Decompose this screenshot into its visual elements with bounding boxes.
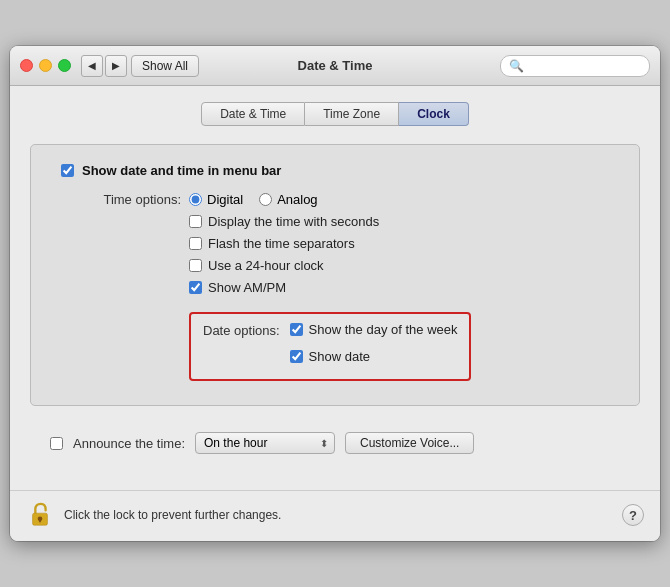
show-date-label: Show date bbox=[309, 349, 370, 364]
titlebar: ◀ ▶ Show All Date & Time 🔍 bbox=[10, 46, 660, 86]
time-checkbox-seconds: Display the time with seconds bbox=[189, 214, 379, 229]
show-menubar-row: Show date and time in menu bar bbox=[51, 163, 619, 178]
maximize-button[interactable] bbox=[58, 59, 71, 72]
time-options-row: Time options: Digital Analog bbox=[51, 192, 619, 302]
flash-separators-checkbox[interactable] bbox=[189, 237, 202, 250]
display-seconds-checkbox[interactable] bbox=[189, 215, 202, 228]
ampm-label: Show AM/PM bbox=[208, 280, 286, 295]
lock-icon[interactable] bbox=[26, 499, 54, 531]
tab-clock[interactable]: Clock bbox=[399, 102, 469, 126]
tab-date-time[interactable]: Date & Time bbox=[201, 102, 305, 126]
search-box[interactable]: 🔍 bbox=[500, 55, 650, 77]
tab-bar: Date & Time Time Zone Clock bbox=[30, 102, 640, 126]
time-checkbox-ampm: Show AM/PM bbox=[189, 280, 379, 295]
date-options-highlighted-box: Date options: Show the day of the week S… bbox=[189, 312, 471, 381]
time-format-radios: Digital Analog bbox=[189, 192, 379, 207]
window: ◀ ▶ Show All Date & Time 🔍 Date & Time T… bbox=[10, 46, 660, 541]
day-of-week-label: Show the day of the week bbox=[309, 322, 458, 337]
display-seconds-label: Display the time with seconds bbox=[208, 214, 379, 229]
digital-label: Digital bbox=[207, 192, 243, 207]
show-menubar-checkbox[interactable] bbox=[61, 164, 74, 177]
lock-help-text: Click the lock to prevent further change… bbox=[64, 508, 281, 522]
analog-radio-item[interactable]: Analog bbox=[259, 192, 317, 207]
nav-buttons: ◀ ▶ bbox=[81, 55, 127, 77]
time-options-label: Time options: bbox=[51, 192, 181, 302]
time-checkbox-24h: Use a 24-hour clock bbox=[189, 258, 379, 273]
flash-separators-label: Flash the time separators bbox=[208, 236, 355, 251]
announce-row: Announce the time: On the hour ⬍ Customi… bbox=[30, 420, 640, 466]
search-input[interactable] bbox=[528, 59, 641, 73]
back-button[interactable]: ◀ bbox=[81, 55, 103, 77]
announce-checkbox[interactable] bbox=[50, 437, 63, 450]
date-options-label: Date options: bbox=[203, 322, 280, 338]
traffic-lights bbox=[20, 59, 71, 72]
date-options-checkboxes: Show the day of the week Show date bbox=[290, 322, 458, 371]
digital-radio-item[interactable]: Digital bbox=[189, 192, 243, 207]
svg-rect-2 bbox=[39, 520, 41, 523]
customize-voice-button[interactable]: Customize Voice... bbox=[345, 432, 474, 454]
24hour-checkbox[interactable] bbox=[189, 259, 202, 272]
date-checkbox-showdate: Show date bbox=[290, 349, 458, 364]
show-date-checkbox[interactable] bbox=[290, 350, 303, 363]
help-button[interactable]: ? bbox=[622, 504, 644, 526]
content-area: Date & Time Time Zone Clock Show date an… bbox=[10, 86, 660, 490]
date-checkbox-dayofweek: Show the day of the week bbox=[290, 322, 458, 337]
analog-label: Analog bbox=[277, 192, 317, 207]
window-title: Date & Time bbox=[298, 58, 373, 73]
ampm-checkbox[interactable] bbox=[189, 281, 202, 294]
digital-radio[interactable] bbox=[189, 193, 202, 206]
clock-panel: Show date and time in menu bar Time opti… bbox=[30, 144, 640, 406]
forward-button[interactable]: ▶ bbox=[105, 55, 127, 77]
minimize-button[interactable] bbox=[39, 59, 52, 72]
search-icon: 🔍 bbox=[509, 59, 524, 73]
day-of-week-checkbox[interactable] bbox=[290, 323, 303, 336]
announce-label: Announce the time: bbox=[73, 436, 185, 451]
close-button[interactable] bbox=[20, 59, 33, 72]
announce-dropdown[interactable]: On the hour ⬍ bbox=[195, 432, 335, 454]
show-menubar-label: Show date and time in menu bar bbox=[82, 163, 281, 178]
tab-time-zone[interactable]: Time Zone bbox=[305, 102, 399, 126]
dropdown-arrow-icon: ⬍ bbox=[320, 438, 328, 449]
time-checkbox-flash: Flash the time separators bbox=[189, 236, 379, 251]
date-options-row: Date options: Show the day of the week S… bbox=[51, 308, 619, 385]
bottom-bar: Click the lock to prevent further change… bbox=[10, 490, 660, 541]
show-all-button[interactable]: Show All bbox=[131, 55, 199, 77]
date-options-label-spacer bbox=[51, 308, 181, 314]
time-options-col: Digital Analog Display the time with sec… bbox=[189, 192, 379, 302]
24hour-label: Use a 24-hour clock bbox=[208, 258, 324, 273]
announce-dropdown-value: On the hour bbox=[204, 436, 267, 450]
lock-svg bbox=[28, 501, 52, 529]
analog-radio[interactable] bbox=[259, 193, 272, 206]
